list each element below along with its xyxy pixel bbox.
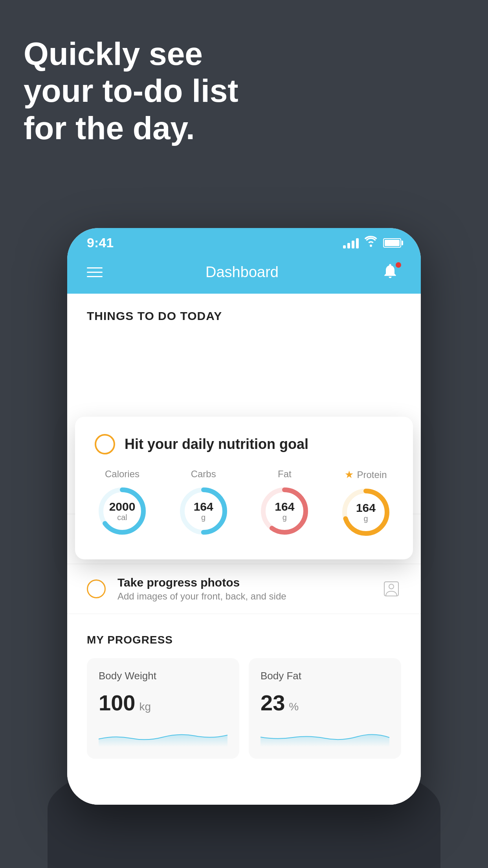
page-headline: Quickly see your to-do list for the day. xyxy=(24,35,238,147)
nutrition-card-title: Hit your daily nutrition goal xyxy=(125,436,308,452)
carbs-label: Carbs xyxy=(191,469,216,480)
protein-item: ★ Protein 164 g xyxy=(338,469,393,540)
calories-donut: 2000 cal xyxy=(95,484,150,539)
carbs-item: Carbs 164 g xyxy=(176,469,231,539)
fat-unit: g xyxy=(283,513,287,522)
carbs-donut: 164 g xyxy=(176,484,231,539)
fat-value: 164 xyxy=(275,500,294,513)
status-time: 9:41 xyxy=(87,235,114,250)
nav-title: Dashboard xyxy=(205,264,279,281)
todo-subtitle-photos: Add images of your front, back, and side xyxy=(117,591,370,602)
headline-line2: your to-do list xyxy=(24,73,238,108)
calories-value: 2000 xyxy=(109,500,136,513)
body-fat-value: 23 xyxy=(261,690,285,715)
nutrition-circles: Calories 2000 cal Carbs xyxy=(95,469,393,540)
body-weight-unit: kg xyxy=(139,701,151,713)
todo-title-photos: Take progress photos xyxy=(117,576,370,589)
wifi-icon xyxy=(364,236,378,250)
fat-item: Fat 164 g xyxy=(257,469,312,539)
carbs-value: 164 xyxy=(194,500,213,513)
calories-unit: cal xyxy=(117,513,127,522)
protein-donut: 164 g xyxy=(338,485,393,540)
notification-dot xyxy=(396,262,401,268)
progress-header: MY PROGRESS xyxy=(87,634,401,646)
body-weight-title: Body Weight xyxy=(99,670,227,682)
fat-label: Fat xyxy=(278,469,292,480)
body-fat-card[interactable]: Body Fat 23 % xyxy=(249,658,401,759)
progress-section: MY PROGRESS Body Weight 100 kg xyxy=(67,614,421,774)
signal-icon xyxy=(343,237,359,248)
progress-cards: Body Weight 100 kg xyxy=(87,658,401,759)
headline-line1: Quickly see xyxy=(24,36,203,72)
calories-label: Calories xyxy=(105,469,139,480)
body-fat-chart xyxy=(261,723,389,747)
body-fat-unit: % xyxy=(289,701,299,713)
nav-bar: Dashboard xyxy=(67,254,421,294)
body-weight-value: 100 xyxy=(99,690,135,715)
nutrition-check-circle xyxy=(95,434,115,454)
status-bar: 9:41 xyxy=(67,228,421,254)
body-fat-title: Body Fat xyxy=(261,670,389,682)
battery-icon xyxy=(383,238,401,248)
todo-item-photos[interactable]: Take progress photos Add images of your … xyxy=(67,564,421,614)
protein-value: 164 xyxy=(356,501,376,514)
star-icon: ★ xyxy=(345,469,354,481)
hamburger-menu[interactable] xyxy=(87,267,103,277)
person-icon xyxy=(382,579,401,599)
todo-circle-photos xyxy=(87,579,106,598)
fat-donut: 164 g xyxy=(257,484,312,539)
body-weight-card[interactable]: Body Weight 100 kg xyxy=(87,658,239,759)
notification-bell-icon[interactable] xyxy=(382,262,401,282)
protein-unit: g xyxy=(363,514,368,523)
headline-line3: for the day. xyxy=(24,110,195,146)
calories-item: Calories 2000 cal xyxy=(95,469,150,539)
nutrition-card: Hit your daily nutrition goal Calories 2… xyxy=(75,417,413,559)
body-weight-chart xyxy=(99,723,227,747)
status-icons xyxy=(343,236,401,250)
protein-label: Protein xyxy=(357,469,387,480)
todo-section-header: THINGS TO DO TODAY xyxy=(67,294,421,331)
carbs-unit: g xyxy=(201,513,205,522)
svg-point-4 xyxy=(389,584,394,589)
